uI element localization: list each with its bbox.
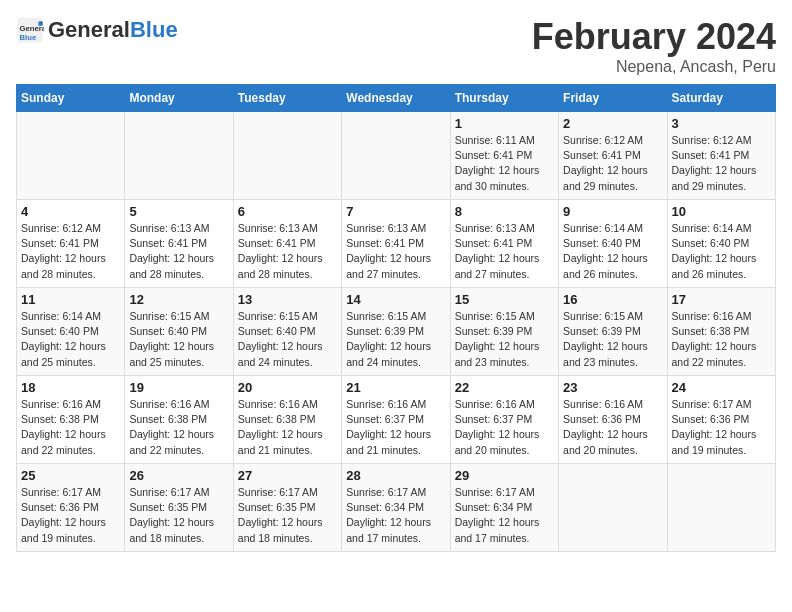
day-info: Sunrise: 6:15 AM Sunset: 6:39 PM Dayligh…	[346, 309, 445, 370]
calendar-cell: 14Sunrise: 6:15 AM Sunset: 6:39 PM Dayli…	[342, 288, 450, 376]
day-number: 23	[563, 380, 662, 395]
calendar-week-row: 18Sunrise: 6:16 AM Sunset: 6:38 PM Dayli…	[17, 376, 776, 464]
day-number: 29	[455, 468, 554, 483]
day-number: 10	[672, 204, 771, 219]
calendar-cell: 19Sunrise: 6:16 AM Sunset: 6:38 PM Dayli…	[125, 376, 233, 464]
calendar-week-row: 25Sunrise: 6:17 AM Sunset: 6:36 PM Dayli…	[17, 464, 776, 552]
day-number: 15	[455, 292, 554, 307]
logo-icon: General Blue	[16, 16, 44, 44]
day-number: 14	[346, 292, 445, 307]
day-number: 2	[563, 116, 662, 131]
calendar-cell: 23Sunrise: 6:16 AM Sunset: 6:36 PM Dayli…	[559, 376, 667, 464]
day-number: 11	[21, 292, 120, 307]
calendar-cell	[559, 464, 667, 552]
calendar-cell: 28Sunrise: 6:17 AM Sunset: 6:34 PM Dayli…	[342, 464, 450, 552]
day-info: Sunrise: 6:16 AM Sunset: 6:38 PM Dayligh…	[672, 309, 771, 370]
day-number: 1	[455, 116, 554, 131]
header-wednesday: Wednesday	[342, 85, 450, 112]
day-info: Sunrise: 6:13 AM Sunset: 6:41 PM Dayligh…	[238, 221, 337, 282]
calendar-cell: 2Sunrise: 6:12 AM Sunset: 6:41 PM Daylig…	[559, 112, 667, 200]
day-info: Sunrise: 6:11 AM Sunset: 6:41 PM Dayligh…	[455, 133, 554, 194]
calendar-week-row: 1Sunrise: 6:11 AM Sunset: 6:41 PM Daylig…	[17, 112, 776, 200]
calendar-cell	[233, 112, 341, 200]
logo: General Blue GeneralBlue	[16, 16, 178, 44]
calendar-cell	[342, 112, 450, 200]
day-number: 13	[238, 292, 337, 307]
calendar-cell: 7Sunrise: 6:13 AM Sunset: 6:41 PM Daylig…	[342, 200, 450, 288]
calendar-cell: 21Sunrise: 6:16 AM Sunset: 6:37 PM Dayli…	[342, 376, 450, 464]
day-number: 3	[672, 116, 771, 131]
calendar-cell: 17Sunrise: 6:16 AM Sunset: 6:38 PM Dayli…	[667, 288, 775, 376]
calendar-cell	[667, 464, 775, 552]
day-number: 16	[563, 292, 662, 307]
main-title: February 2024	[532, 16, 776, 58]
day-info: Sunrise: 6:17 AM Sunset: 6:34 PM Dayligh…	[455, 485, 554, 546]
day-info: Sunrise: 6:13 AM Sunset: 6:41 PM Dayligh…	[455, 221, 554, 282]
day-info: Sunrise: 6:14 AM Sunset: 6:40 PM Dayligh…	[563, 221, 662, 282]
calendar-cell: 12Sunrise: 6:15 AM Sunset: 6:40 PM Dayli…	[125, 288, 233, 376]
calendar-cell: 9Sunrise: 6:14 AM Sunset: 6:40 PM Daylig…	[559, 200, 667, 288]
day-info: Sunrise: 6:13 AM Sunset: 6:41 PM Dayligh…	[129, 221, 228, 282]
day-info: Sunrise: 6:16 AM Sunset: 6:36 PM Dayligh…	[563, 397, 662, 458]
day-info: Sunrise: 6:14 AM Sunset: 6:40 PM Dayligh…	[21, 309, 120, 370]
day-info: Sunrise: 6:17 AM Sunset: 6:35 PM Dayligh…	[129, 485, 228, 546]
day-info: Sunrise: 6:16 AM Sunset: 6:38 PM Dayligh…	[129, 397, 228, 458]
day-number: 19	[129, 380, 228, 395]
day-info: Sunrise: 6:17 AM Sunset: 6:35 PM Dayligh…	[238, 485, 337, 546]
calendar-cell: 11Sunrise: 6:14 AM Sunset: 6:40 PM Dayli…	[17, 288, 125, 376]
day-number: 12	[129, 292, 228, 307]
header-thursday: Thursday	[450, 85, 558, 112]
day-number: 22	[455, 380, 554, 395]
day-info: Sunrise: 6:17 AM Sunset: 6:36 PM Dayligh…	[21, 485, 120, 546]
subtitle: Nepena, Ancash, Peru	[532, 58, 776, 76]
day-number: 6	[238, 204, 337, 219]
day-info: Sunrise: 6:17 AM Sunset: 6:34 PM Dayligh…	[346, 485, 445, 546]
day-number: 20	[238, 380, 337, 395]
calendar-cell: 4Sunrise: 6:12 AM Sunset: 6:41 PM Daylig…	[17, 200, 125, 288]
header-sunday: Sunday	[17, 85, 125, 112]
day-number: 27	[238, 468, 337, 483]
day-number: 18	[21, 380, 120, 395]
day-info: Sunrise: 6:15 AM Sunset: 6:39 PM Dayligh…	[563, 309, 662, 370]
svg-text:Blue: Blue	[20, 33, 37, 42]
day-info: Sunrise: 6:16 AM Sunset: 6:38 PM Dayligh…	[238, 397, 337, 458]
day-number: 26	[129, 468, 228, 483]
header-saturday: Saturday	[667, 85, 775, 112]
calendar-cell: 16Sunrise: 6:15 AM Sunset: 6:39 PM Dayli…	[559, 288, 667, 376]
day-number: 17	[672, 292, 771, 307]
day-number: 28	[346, 468, 445, 483]
header-tuesday: Tuesday	[233, 85, 341, 112]
calendar-cell	[125, 112, 233, 200]
calendar-cell	[17, 112, 125, 200]
day-number: 5	[129, 204, 228, 219]
day-info: Sunrise: 6:17 AM Sunset: 6:36 PM Dayligh…	[672, 397, 771, 458]
calendar-cell: 1Sunrise: 6:11 AM Sunset: 6:41 PM Daylig…	[450, 112, 558, 200]
title-area: February 2024 Nepena, Ancash, Peru	[532, 16, 776, 76]
calendar-cell: 20Sunrise: 6:16 AM Sunset: 6:38 PM Dayli…	[233, 376, 341, 464]
day-info: Sunrise: 6:12 AM Sunset: 6:41 PM Dayligh…	[563, 133, 662, 194]
calendar-cell: 8Sunrise: 6:13 AM Sunset: 6:41 PM Daylig…	[450, 200, 558, 288]
header-monday: Monday	[125, 85, 233, 112]
day-info: Sunrise: 6:14 AM Sunset: 6:40 PM Dayligh…	[672, 221, 771, 282]
calendar-cell: 13Sunrise: 6:15 AM Sunset: 6:40 PM Dayli…	[233, 288, 341, 376]
day-number: 25	[21, 468, 120, 483]
day-number: 24	[672, 380, 771, 395]
calendar-cell: 6Sunrise: 6:13 AM Sunset: 6:41 PM Daylig…	[233, 200, 341, 288]
day-number: 8	[455, 204, 554, 219]
day-number: 9	[563, 204, 662, 219]
day-info: Sunrise: 6:15 AM Sunset: 6:39 PM Dayligh…	[455, 309, 554, 370]
day-number: 21	[346, 380, 445, 395]
calendar-cell: 10Sunrise: 6:14 AM Sunset: 6:40 PM Dayli…	[667, 200, 775, 288]
calendar-cell: 26Sunrise: 6:17 AM Sunset: 6:35 PM Dayli…	[125, 464, 233, 552]
day-number: 4	[21, 204, 120, 219]
day-number: 7	[346, 204, 445, 219]
calendar-week-row: 11Sunrise: 6:14 AM Sunset: 6:40 PM Dayli…	[17, 288, 776, 376]
calendar-week-row: 4Sunrise: 6:12 AM Sunset: 6:41 PM Daylig…	[17, 200, 776, 288]
logo-text: GeneralBlue	[48, 18, 178, 42]
calendar-cell: 29Sunrise: 6:17 AM Sunset: 6:34 PM Dayli…	[450, 464, 558, 552]
calendar-cell: 15Sunrise: 6:15 AM Sunset: 6:39 PM Dayli…	[450, 288, 558, 376]
day-info: Sunrise: 6:16 AM Sunset: 6:37 PM Dayligh…	[346, 397, 445, 458]
day-info: Sunrise: 6:15 AM Sunset: 6:40 PM Dayligh…	[129, 309, 228, 370]
calendar-cell: 22Sunrise: 6:16 AM Sunset: 6:37 PM Dayli…	[450, 376, 558, 464]
calendar-cell: 3Sunrise: 6:12 AM Sunset: 6:41 PM Daylig…	[667, 112, 775, 200]
